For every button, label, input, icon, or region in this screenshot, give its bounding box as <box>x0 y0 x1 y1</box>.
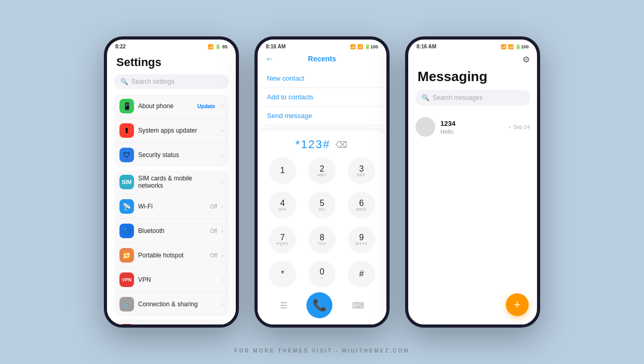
bluetooth-icon: 🔵 <box>119 224 134 238</box>
settings-search-placeholder: Search settings <box>131 78 175 85</box>
bluetooth-value: Off <box>210 228 217 234</box>
lock-screen-icon: 🔐 <box>119 324 134 324</box>
recent-item-add-contacts[interactable]: Add to contacts <box>258 88 386 107</box>
phone-settings: 8:22 📶🔋85 Settings 🔍 Search settings 📱 A… <box>104 36 239 328</box>
sim-arrow: › <box>221 178 223 186</box>
settings-item-sim[interactable]: SIM SIM cards & mobile networks › <box>114 170 229 194</box>
dial-key-4[interactable]: 4GHI <box>269 191 296 218</box>
dial-number-text: *123# <box>296 138 331 151</box>
messaging-title: Messaging <box>408 68 537 90</box>
system-apps-icon: ⬆ <box>119 123 134 138</box>
dialer-status-icons: 📶📶🔋100 <box>350 44 378 49</box>
status-time: 8:22 <box>115 44 126 49</box>
status-bar-settings: 8:22 📶🔋85 <box>107 40 236 51</box>
status-icons: 📶🔋85 <box>208 44 227 49</box>
recent-item-new-contact[interactable]: New contact <box>258 69 386 88</box>
watermark-text: FOR MORE THEMES VISIT - MIUITHEMEZ.COM <box>234 348 409 354</box>
message-item-1234[interactable]: 1234 Hello ✓ Sep 24 <box>408 112 537 142</box>
lock-screen-label: Always-on display & Lock screen <box>138 324 217 324</box>
message-content: 1234 Hello <box>440 120 503 135</box>
dialer-status-time: 8:16 AM <box>266 44 286 49</box>
dial-key-1[interactable]: 1 <box>269 157 296 184</box>
sim-label: SIM cards & mobile networks <box>138 175 217 189</box>
hotspot-icon: 🔁 <box>119 248 134 263</box>
settings-item-bluetooth[interactable]: 🔵 Bluetooth Off › <box>114 219 229 243</box>
about-phone-label: About phone <box>138 102 193 110</box>
dial-key-hash[interactable]: # <box>348 261 375 288</box>
settings-item-about-phone[interactable]: 📱 About phone Update › <box>114 94 229 119</box>
vpn-label: VPN <box>138 276 217 283</box>
dial-key-2[interactable]: 2ABC <box>308 157 336 184</box>
security-icon: 🛡 <box>119 148 134 162</box>
settings-item-wifi[interactable]: 📡 Wi-Fi Off › <box>114 194 229 219</box>
about-phone-arrow: › <box>221 102 223 110</box>
messaging-status-icons: 📶📶🔋100 <box>501 44 529 49</box>
hotspot-label: Portable hotspot <box>138 252 206 259</box>
settings-item-lock-screen[interactable]: 🔐 Always-on display & Lock screen › <box>114 319 229 324</box>
dial-key-5[interactable]: 5JKL <box>308 191 336 218</box>
messaging-screen: ⚙ Messaging 🔍 Search messages 1234 Hello… <box>408 51 537 324</box>
message-sender-name: 1234 <box>440 120 503 127</box>
wifi-label: Wi-Fi <box>138 203 206 210</box>
vpn-icon: VPN <box>119 272 134 287</box>
bluetooth-label: Bluetooth <box>138 227 206 235</box>
compose-fab[interactable]: + <box>506 293 529 316</box>
wifi-icon: 📡 <box>119 199 134 214</box>
gear-icon[interactable]: ⚙ <box>522 55 530 64</box>
dial-key-7[interactable]: 7PQRS <box>269 226 296 253</box>
wifi-value: Off <box>210 204 217 210</box>
sim-icon: SIM <box>119 175 134 189</box>
message-time: ✓ Sep 24 <box>508 124 530 130</box>
recent-item-send-message[interactable]: Send message <box>258 107 386 125</box>
check-icon: ✓ <box>508 125 514 130</box>
message-preview: Hello <box>440 128 503 135</box>
security-arrow: › <box>221 151 223 159</box>
update-badge: Update <box>197 103 215 109</box>
dialpad-container: *123# ⌫ 1 2ABC 3DEF 4GHI 5JKL 6MNO 7PQRS… <box>258 131 386 324</box>
system-apps-arrow: › <box>221 127 223 134</box>
dial-key-6[interactable]: 6MNO <box>348 191 375 218</box>
settings-item-hotspot[interactable]: 🔁 Portable hotspot Off › <box>114 243 229 268</box>
dial-key-9[interactable]: 9WXYZ <box>348 226 375 253</box>
settings-item-vpn[interactable]: VPN VPN › <box>114 268 229 292</box>
messaging-search-bar[interactable]: 🔍 Search messages <box>415 90 530 106</box>
dialpad-icon[interactable]: ⌨ <box>352 301 364 310</box>
dial-key-3[interactable]: 3DEF <box>348 157 375 184</box>
call-button[interactable]: 📞 <box>306 292 332 318</box>
settings-item-security[interactable]: 🛡 Security status › <box>114 143 229 167</box>
settings-title: Settings <box>107 51 236 74</box>
status-bar-messaging: 8:16 AM 📶📶🔋100 <box>408 40 537 51</box>
dial-number-display: *123# ⌫ <box>265 136 379 155</box>
recents-list: New contact Add to contacts Send message <box>258 66 386 128</box>
vpn-arrow: › <box>221 276 223 283</box>
system-apps-label: System apps updater <box>138 127 217 134</box>
connection-arrow: › <box>221 301 223 308</box>
settings-group-1: 📱 About phone Update › ⬆ System apps upd… <box>107 94 236 167</box>
security-label: Security status <box>138 151 217 159</box>
delete-button[interactable]: ⌫ <box>336 140 348 150</box>
search-icon: 🔍 <box>120 78 128 85</box>
wifi-arrow: › <box>221 203 223 210</box>
messaging-header: ⚙ <box>408 51 537 68</box>
status-bar-dialer: 8:16 AM 📶📶🔋100 <box>258 40 386 51</box>
back-button[interactable]: ← <box>265 54 274 64</box>
message-avatar <box>415 117 435 137</box>
dial-key-star[interactable]: * <box>269 261 296 288</box>
dialpad-grid: 1 2ABC 3DEF 4GHI 5JKL 6MNO 7PQRS 8TUV 9W… <box>265 155 379 289</box>
dialer-bottom-bar: ☰ 📞 ⌨ <box>265 289 379 322</box>
settings-item-system-apps[interactable]: ⬆ System apps updater › <box>114 119 229 143</box>
dial-key-8[interactable]: 8TUV <box>308 226 336 253</box>
msg-search-icon: 🔍 <box>422 94 430 101</box>
bluetooth-arrow: › <box>221 227 223 235</box>
dial-key-0[interactable]: 0+ <box>308 261 336 288</box>
hotspot-value: Off <box>210 253 217 258</box>
hotspot-arrow: › <box>221 252 223 259</box>
about-phone-icon: 📱 <box>119 99 134 113</box>
settings-item-connection[interactable]: 🔗 Connection & sharing › <box>114 292 229 316</box>
phone-dialer: 8:16 AM 📶📶🔋100 ← Recents New contact Add… <box>254 36 390 328</box>
connection-icon: 🔗 <box>119 297 134 311</box>
settings-search-bar[interactable]: 🔍 Search settings <box>114 74 229 89</box>
dialer-header-title: Recents <box>308 55 336 63</box>
menu-icon[interactable]: ☰ <box>280 301 287 310</box>
settings-group-2: SIM SIM cards & mobile networks › 📡 Wi-F… <box>107 170 236 316</box>
